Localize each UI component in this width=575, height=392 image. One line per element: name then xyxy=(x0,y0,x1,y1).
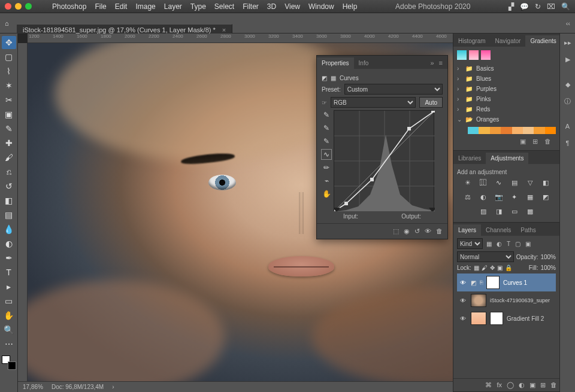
menu-help[interactable]: Help xyxy=(343,2,358,11)
blur-tool[interactable]: 💧 xyxy=(2,223,16,236)
photo-filter-icon[interactable]: 📷 xyxy=(494,192,504,202)
window-traffic-lights[interactable] xyxy=(5,3,32,10)
layer-row-image[interactable]: 👁 iStock-471900639_super xyxy=(457,291,556,309)
auto-button[interactable]: Auto xyxy=(419,97,443,108)
status-chevron-icon[interactable]: › xyxy=(112,384,114,390)
delete-adjustment-icon[interactable]: 🗑 xyxy=(436,227,443,235)
dock-paragraph-icon[interactable]: ¶ xyxy=(562,138,573,148)
lock-transparency-icon[interactable]: ▦ xyxy=(474,265,479,271)
tab-paths[interactable]: Paths xyxy=(516,224,541,236)
menu-image[interactable]: Image xyxy=(135,2,155,11)
clone-stamp-tool[interactable]: ⎌ xyxy=(2,165,16,178)
zoom-readout[interactable]: 17,86% xyxy=(23,384,43,390)
ruler-vertical[interactable] xyxy=(18,43,28,381)
tab-layers[interactable]: Layers xyxy=(453,224,481,236)
gradient-swatch[interactable] xyxy=(481,50,491,60)
layer-visibility-icon[interactable]: 👁 xyxy=(459,315,467,322)
gradient-folder-purples[interactable]: ›📁Purples xyxy=(457,84,556,94)
layer-row-curves[interactable]: 👁 ◩ ⎘ Curves 1 xyxy=(457,274,556,291)
zoom-window-icon[interactable] xyxy=(25,3,32,10)
new-group-icon[interactable]: ▣ xyxy=(529,381,535,389)
eyedropper-gray-icon[interactable]: ✎ xyxy=(322,123,331,133)
layer-name[interactable]: Curves 1 xyxy=(503,279,527,286)
dock-color-icon[interactable]: ◆ xyxy=(562,79,573,90)
new-group-icon[interactable]: ▣ xyxy=(520,138,528,145)
sync-icon[interactable]: ↻ xyxy=(535,2,541,11)
layer-mask-thumb[interactable] xyxy=(490,312,503,325)
tab-properties[interactable]: Properties xyxy=(317,57,354,69)
panel-collapse-icon[interactable]: ‹‹ xyxy=(566,20,570,27)
delete-layer-icon[interactable]: 🗑 xyxy=(550,381,557,389)
layer-row-gradientfill[interactable]: 👁 Gradient Fill 2 xyxy=(457,309,556,327)
menu-window[interactable]: Window xyxy=(308,2,334,11)
menu-select[interactable]: Select xyxy=(214,2,234,11)
layer-thumb[interactable] xyxy=(471,294,486,307)
history-brush-tool[interactable]: ↺ xyxy=(2,180,16,193)
black-white-icon[interactable]: ◐ xyxy=(478,192,489,202)
edit-toolbar-icon[interactable]: ⋯ xyxy=(2,338,16,351)
screen-icon[interactable]: ⌧ xyxy=(547,2,555,11)
preset-select[interactable]: Custom xyxy=(344,84,443,95)
gradient-map-icon[interactable]: ▭ xyxy=(509,206,520,216)
channel-select[interactable]: RGB xyxy=(331,97,416,108)
frame-tool[interactable]: ▣ xyxy=(2,108,16,121)
color-swatches[interactable] xyxy=(2,355,16,370)
tab-adjustments[interactable]: Adjustments xyxy=(486,153,528,164)
gradient-swatch[interactable] xyxy=(469,50,479,60)
move-tool[interactable]: ✥ xyxy=(2,36,16,49)
new-gradient-icon[interactable]: ⊞ xyxy=(532,138,540,145)
clip-to-layer-icon[interactable]: ⬚ xyxy=(393,227,399,235)
doc-size-readout[interactable]: Doc: 96,8M/123,4M xyxy=(52,384,104,390)
oranges-gradient-strip[interactable] xyxy=(468,127,556,134)
color-balance-icon[interactable]: ⚖ xyxy=(462,192,473,202)
menu-3d[interactable]: 3D xyxy=(267,2,276,11)
vibrance-icon[interactable]: ▽ xyxy=(525,178,535,187)
levels-icon[interactable]: ⿲ xyxy=(478,178,489,187)
layer-filter-kind[interactable]: Kind xyxy=(457,238,483,249)
layer-name[interactable]: Gradient Fill 2 xyxy=(507,315,544,322)
lock-position-icon[interactable]: ✥ xyxy=(490,265,495,271)
gradient-folder-pinks[interactable]: ›📁Pinks xyxy=(457,94,556,104)
lock-pixels-icon[interactable]: 🖌 xyxy=(482,265,488,271)
delete-gradient-icon[interactable]: 🗑 xyxy=(544,138,553,145)
gradient-folder-oranges[interactable]: ⌄📂Oranges xyxy=(457,114,556,124)
hand-icon[interactable]: ✋ xyxy=(322,189,331,199)
shape-tool[interactable]: ▭ xyxy=(2,294,16,308)
color-lookup-icon[interactable]: ▦ xyxy=(525,192,535,202)
tab-histogram[interactable]: Histogram xyxy=(453,35,491,47)
smooth-curve-icon[interactable]: ⌁ xyxy=(322,176,331,186)
target-adjustment-icon[interactable]: ☞ xyxy=(322,99,327,106)
pen-tool[interactable]: ✒ xyxy=(2,251,16,265)
menu-photoshop[interactable]: Photoshop xyxy=(52,2,86,11)
gradient-folder-basics[interactable]: ›📁Basics xyxy=(457,63,556,74)
marquee-tool[interactable]: ▢ xyxy=(2,50,16,63)
blend-mode-select[interactable]: Normal xyxy=(457,251,514,262)
close-window-icon[interactable] xyxy=(5,3,11,10)
dock-character-icon[interactable]: A xyxy=(562,121,573,132)
zoom-tool[interactable]: 🔍 xyxy=(2,323,16,336)
search-icon[interactable]: 🔍 xyxy=(561,2,570,11)
curves-icon[interactable]: ∿ xyxy=(494,178,504,187)
lasso-tool[interactable]: ⌇ xyxy=(2,65,16,78)
menu-filter[interactable]: Filter xyxy=(243,2,259,11)
tab-libraries[interactable]: Libraries xyxy=(453,153,486,164)
chat-icon[interactable]: 💬 xyxy=(520,2,529,11)
menu-layer[interactable]: Layer xyxy=(164,2,182,11)
crop-tool[interactable]: ✂ xyxy=(2,93,16,107)
layer-visibility-icon[interactable]: 👁 xyxy=(459,297,467,304)
layer-mask-icon[interactable]: ▦ xyxy=(331,75,336,81)
opacity-value[interactable]: 100% xyxy=(540,254,556,260)
gradient-tool[interactable]: ▤ xyxy=(2,208,16,221)
threshold-icon[interactable]: ◨ xyxy=(494,206,504,216)
fill-value[interactable]: 100% xyxy=(540,265,556,271)
new-layer-icon[interactable]: ⊞ xyxy=(540,381,546,389)
brush-tool[interactable]: 🖌 xyxy=(2,151,16,164)
posterize-icon[interactable]: ▨ xyxy=(478,206,489,216)
dock-expand-icon[interactable]: ▸▸ xyxy=(562,37,573,48)
eyedropper-black-icon[interactable]: ✎ xyxy=(322,110,331,120)
gradient-folder-reds[interactable]: ›📁Reds xyxy=(457,104,556,114)
creative-cloud-icon[interactable]: ▞ xyxy=(509,2,514,11)
curve-pencil-tool-icon[interactable]: ✏ xyxy=(322,163,331,172)
healing-tool[interactable]: ✚ xyxy=(2,136,16,150)
path-select-tool[interactable]: ▸ xyxy=(2,280,16,293)
